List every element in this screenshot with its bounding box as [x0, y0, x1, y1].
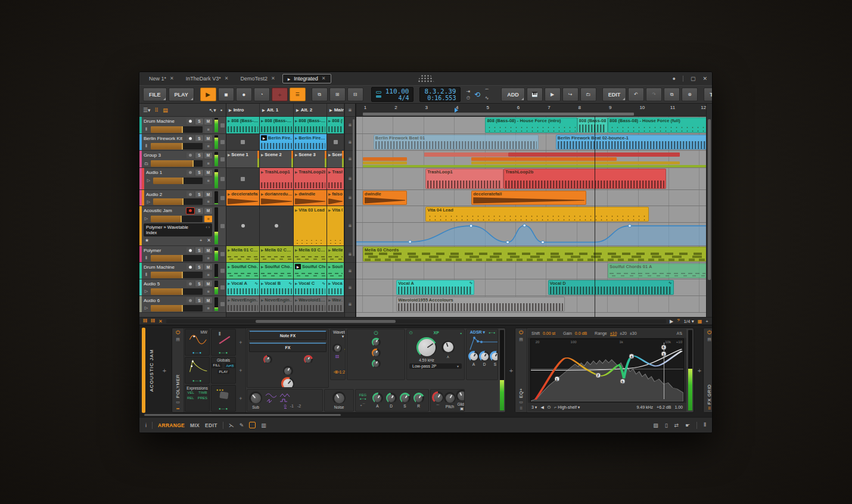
eq-device-name[interactable]: EQ+: [518, 344, 524, 398]
follow-right-icon[interactable]: ⦀⦀: [151, 318, 155, 324]
arranger-clip[interactable]: Mella 03 Chords: [363, 247, 706, 262]
clear-selection-icon[interactable]: ✕: [158, 319, 163, 324]
track-name[interactable]: Group 3: [144, 153, 185, 158]
scene-header[interactable]: ▶Main: [327, 104, 344, 116]
volume-fader[interactable]: [151, 272, 203, 278]
browse-button[interactable]: 🗀: [580, 88, 596, 101]
record-arm-button[interactable]: [186, 135, 194, 141]
launcher-clip[interactable]: ▶Vita 0…: [327, 206, 344, 245]
fx-chain-button[interactable]: FX: [249, 343, 327, 352]
noise-level-knob[interactable]: [372, 359, 381, 368]
solo-button[interactable]: S: [195, 297, 203, 303]
solo-button[interactable]: S: [195, 119, 203, 125]
launcher-clip[interactable]: ▶Soulful Cho…: [226, 263, 260, 279]
balance-knob[interactable]: [283, 366, 293, 376]
arranger-lane[interactable]: Vita 04 Lead: [356, 206, 706, 223]
clip-slot-record[interactable]: [260, 206, 294, 245]
eq-range-30[interactable]: ±30: [630, 331, 637, 335]
launcher-clip[interactable]: ▶Wavoloid1…: [294, 296, 327, 312]
add-audio-button[interactable]: ▶: [545, 88, 561, 101]
mute-button[interactable]: M: [204, 153, 212, 158]
osc-ratio[interactable]: 1:2: [340, 370, 346, 378]
noise-section[interactable]: Noise: [324, 389, 354, 412]
arranger-vscrollbar[interactable]: [706, 104, 712, 317]
solo-button[interactable]: S: [195, 170, 203, 176]
solo-button[interactable]: S: [195, 153, 203, 158]
eq-plus-device[interactable]: ⏻ ▤ EQ+ ▭ ⠿ Shift0.00 st Gain0.0 dB Rang…: [515, 328, 694, 413]
metronome-icon[interactable]: ⏱: [467, 95, 470, 101]
time-signature[interactable]: 4/4: [398, 95, 409, 101]
arranger-lane[interactable]: [356, 223, 706, 246]
r-knob[interactable]: [413, 393, 424, 403]
fill-button[interactable]: FILL: [211, 363, 222, 368]
loop-toggle[interactable]: ⟲: [472, 91, 483, 99]
stop-clips-button[interactable]: [220, 285, 225, 290]
volume-fader[interactable]: [151, 160, 203, 167]
track-menu-button[interactable]: ≡: [204, 143, 212, 150]
track-menu-button[interactable]: ≡: [204, 198, 212, 205]
launcher-list-icon[interactable]: ▤: [163, 107, 168, 113]
group-clip-band[interactable]: [508, 153, 680, 157]
expressions-modulator[interactable]: Expressions VELTIMB RELPRES: [185, 385, 210, 412]
arranger-clip[interactable]: Berlin Firework Beat 02-bounce-1: [556, 135, 706, 150]
sub-knob[interactable]: [249, 391, 262, 405]
track-row[interactable]: Group 3SM🗀≡: [139, 151, 226, 168]
arranger-lane[interactable]: Berlin Firework Beat 01Berlin Firework B…: [356, 134, 706, 151]
track-row[interactable]: Acoustic JamSM▷≡Polymer » WavetableIndex…: [139, 206, 226, 246]
globals-modulator[interactable]: Globals FILLA⇄B PLAY: [211, 357, 236, 384]
bend-knob[interactable]: [432, 391, 444, 403]
snap-value[interactable]: 1/4 ▾: [683, 319, 694, 324]
device-chain-start[interactable]: +: [157, 328, 172, 413]
track-row[interactable]: Audio 1SM▷≡: [139, 168, 226, 190]
eq-spectrum-toggle-icon[interactable]: A⇅: [676, 331, 683, 336]
eq-band-freq[interactable]: 9.49 kHz: [636, 405, 653, 409]
favorite-star-icon[interactable]: ★: [145, 238, 149, 243]
record-arm-button[interactable]: [186, 208, 194, 214]
random-modulator[interactable]: ● ● ● ●—●: [211, 385, 236, 412]
launcher-clip[interactable]: ▶Soulful Cho…: [260, 263, 294, 279]
group-clip-band[interactable]: [471, 161, 680, 164]
document-tab[interactable]: ▶Integrated✕: [282, 74, 331, 83]
clip-slot-record[interactable]: [226, 206, 260, 245]
glide-knob[interactable]: [456, 390, 465, 402]
noise-knob[interactable]: [332, 391, 346, 405]
track-name[interactable]: Acoustic Jam: [144, 208, 185, 213]
redo-button[interactable]: ↷: [646, 88, 662, 101]
mute-button[interactable]: M: [204, 297, 212, 303]
arranger-clip[interactable]: 808 (Bass-08) - House Force (full): [608, 117, 706, 133]
filter-power[interactable]: ⏻: [409, 330, 413, 335]
polymer-power-button[interactable]: ⏻: [176, 330, 180, 335]
info-icon[interactable]: i: [145, 422, 147, 428]
arranger-clip[interactable]: 808 (Bass-08) - House Force (intro): [485, 117, 577, 133]
s-knob[interactable]: [490, 351, 498, 362]
duplicate-button[interactable]: ⧉: [664, 88, 680, 101]
record-arm-button[interactable]: [186, 191, 194, 197]
grid-edit-icon[interactable]: ⠿: [708, 406, 711, 411]
track-menu-button[interactable]: ≡: [204, 178, 212, 184]
follow-left-icon[interactable]: ⦀⦀: [143, 318, 147, 324]
chooser-expand-icon[interactable]: ‹ ›: [206, 225, 210, 235]
launcher-clip[interactable]: ▶Mella…: [327, 246, 344, 262]
sub-shape-icons[interactable]: [265, 392, 298, 404]
volume-fader[interactable]: [151, 143, 203, 150]
preset-icon[interactable]: ▤: [176, 337, 180, 342]
launcher-overdub-button[interactable]: ☰: [290, 88, 306, 101]
launcher-clip[interactable]: ▶Wav…: [327, 296, 344, 312]
arranger-hscrollbar[interactable]: [166, 319, 666, 323]
launcher-clip[interactable]: ▶deceleratefall: [226, 190, 260, 206]
track-menu-button[interactable]: ≡: [204, 255, 212, 262]
close-tab-icon[interactable]: ✕: [322, 76, 326, 81]
mute-button[interactable]: M: [204, 264, 212, 270]
dashboard-dot-icon[interactable]: ●: [673, 76, 676, 82]
a-knob[interactable]: [372, 393, 383, 403]
track-row[interactable]: Audio 2SM▷≡: [139, 190, 226, 206]
eq-band-node[interactable]: 4: [629, 354, 634, 359]
play-position[interactable]: 8.3.2.39: [424, 88, 456, 95]
track-menu-button[interactable]: ≡: [204, 272, 212, 278]
solo-button[interactable]: S: [195, 281, 203, 287]
device-panel-scrollbar[interactable]: [144, 414, 341, 416]
edit-menu-button[interactable]: EDIT: [602, 88, 627, 101]
keytrack-modulator[interactable]: ⫴ ●—●: [211, 329, 236, 356]
group-clip-band[interactable]: [363, 161, 408, 164]
scene-play-icon[interactable]: ▶: [229, 108, 232, 112]
